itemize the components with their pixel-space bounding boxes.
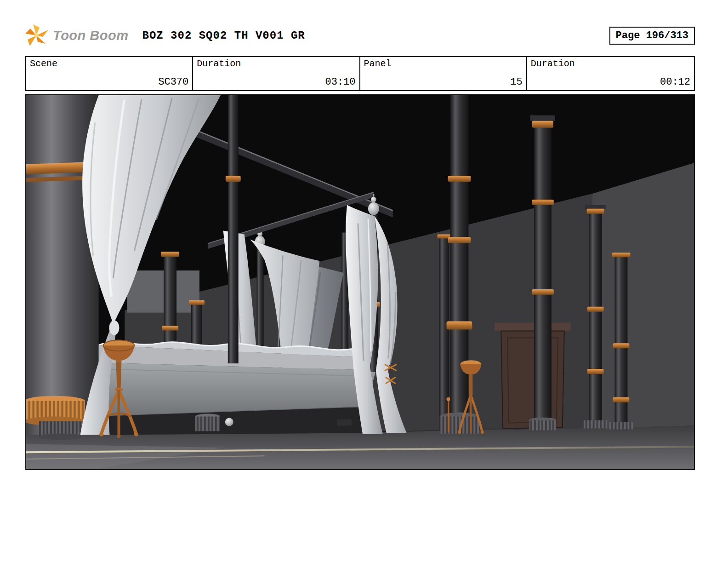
toonboom-starburst-icon <box>25 24 49 46</box>
panel-number-cell: Panel 15 <box>360 57 527 90</box>
document-title: BOZ 302 SQ02 TH V001 GR <box>142 29 305 42</box>
panel-info-table: Scene SC370 Duration 03:10 Panel 15 Dura… <box>25 56 695 91</box>
post-base-ribbed <box>195 417 220 431</box>
toonboom-logo: Toon Boom <box>25 24 129 46</box>
scene-duration-value: 03:10 <box>325 76 355 88</box>
scene-duration-label: Duration <box>197 59 355 69</box>
panel-number-label: Panel <box>364 59 523 69</box>
page-header: Toon Boom BOZ 302 SQ02 TH V001 GR Page 1… <box>25 23 695 48</box>
scene-value: SC370 <box>158 76 188 88</box>
scene-cell: Scene SC370 <box>26 57 193 90</box>
panel-duration-label: Duration <box>531 59 690 69</box>
panel-duration-cell: Duration 00:12 <box>527 57 694 90</box>
logo-text: Toon Boom <box>53 28 129 43</box>
wall-panel <box>127 270 199 313</box>
page-number-badge: Page 196/313 <box>609 27 695 45</box>
curtain-knot <box>109 321 119 335</box>
storyboard-panel-frame <box>25 94 695 470</box>
scene-duration-cell: Duration 03:10 <box>193 57 360 90</box>
bed-post-front-left <box>228 95 239 363</box>
door-lintel <box>495 323 571 331</box>
panel-number-value: 15 <box>510 76 522 88</box>
panel-duration-value: 00:12 <box>660 76 690 88</box>
scene-label: Scene <box>30 59 188 69</box>
door <box>495 323 571 429</box>
storyboard-panel-image <box>26 95 694 469</box>
door-slab <box>501 331 564 428</box>
